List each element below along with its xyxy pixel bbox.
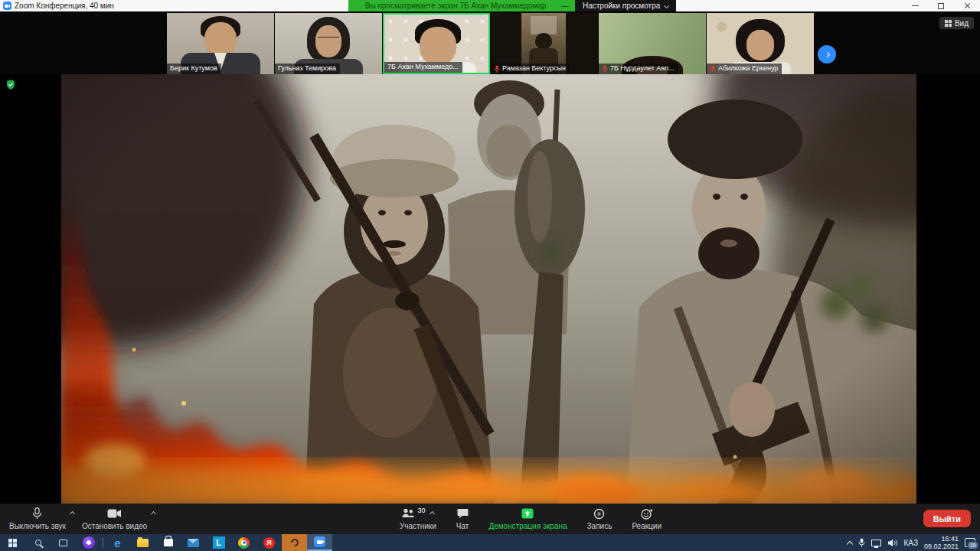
- view-options-label: Настройки просмотра: [583, 2, 660, 10]
- meeting-toolbar: Выключить звук Остановить видео 30 Участ…: [0, 504, 980, 534]
- task-view-button[interactable]: [51, 534, 76, 551]
- close-button[interactable]: [954, 0, 980, 11]
- participants-count: 30: [417, 507, 425, 514]
- reactions-icon: [641, 507, 653, 520]
- store-button[interactable]: [155, 534, 181, 551]
- edge-browser-button[interactable]: e: [105, 534, 130, 551]
- chevron-down-icon: [664, 3, 669, 8]
- participant-name-label: Берик Кутумов: [167, 64, 221, 74]
- participant-thumbnail[interactable]: Рамазан Бектурсын: [491, 13, 598, 74]
- chevron-up-icon: [151, 511, 156, 517]
- sharing-banner-text: Вы просматриваете экран 7Б Ахан Мухаммед…: [354, 2, 557, 10]
- shared-screen: [61, 74, 916, 504]
- view-mode-label: Вид: [955, 19, 969, 28]
- share-screen-button[interactable]: Демонстрация экрана: [484, 504, 571, 534]
- chrome-icon: [238, 537, 250, 549]
- participant-name-label: Гульназ Темирова: [275, 64, 340, 74]
- record-icon: [593, 507, 605, 520]
- edge-icon: e: [114, 537, 120, 549]
- minimize-button[interactable]: [902, 0, 928, 11]
- taskbar-separator: [103, 537, 103, 548]
- action-center-icon[interactable]: 19: [965, 538, 975, 547]
- system-tray: КАЗ 15:41 09.02.2021 19: [848, 534, 980, 551]
- start-button[interactable]: [0, 534, 25, 551]
- participant-thumbnail[interactable]: 7Б Нұрдәулет Аяп...: [599, 13, 706, 74]
- stop-video-button[interactable]: Остановить видео: [77, 504, 152, 534]
- zoom-app-icon: [3, 2, 11, 10]
- next-participants-button[interactable]: [818, 45, 836, 64]
- participants-button[interactable]: 30 Участники: [395, 504, 441, 534]
- participants-label: Участники: [400, 522, 436, 530]
- participant-thumbnail-active-speaker[interactable]: 7Б Ахан Мухаммедо...: [383, 13, 490, 74]
- grid-view-icon: [945, 20, 952, 27]
- tray-date: 09.02.2021: [924, 543, 959, 550]
- chevron-right-icon: [824, 51, 829, 57]
- chrome-button[interactable]: [231, 534, 256, 551]
- zoom-meeting-window: Zoom Конференция, 40 мин Вы просматривае…: [0, 0, 980, 551]
- language-indicator[interactable]: КАЗ: [904, 539, 918, 547]
- chat-label: Чат: [456, 522, 469, 530]
- l-app-button[interactable]: L: [206, 534, 231, 551]
- chat-button[interactable]: Чат: [452, 504, 474, 534]
- minimize-icon: [912, 5, 919, 6]
- window-controls: [902, 0, 980, 11]
- participant-thumbnail[interactable]: Берик Кутумов: [167, 13, 274, 74]
- folder-icon: [137, 539, 149, 547]
- windows-taskbar: e L Я КАЗ 15:41 09.02.2021 19: [0, 534, 980, 551]
- video-options-button[interactable]: [152, 504, 158, 534]
- mail-envelope-icon: [188, 539, 199, 547]
- tray-mic-icon[interactable]: [858, 538, 865, 548]
- participants-icon: [401, 508, 415, 519]
- windows-logo-icon: [8, 539, 17, 547]
- chevron-up-icon: [70, 511, 75, 517]
- sharing-banner: Вы просматриваете экран 7Б Ахан Мухаммед…: [348, 0, 575, 11]
- clock[interactable]: 15:41 09.02.2021: [924, 535, 959, 550]
- participants-options-chevron[interactable]: [430, 510, 435, 516]
- participant-name-label: Рамазан Бектурсын: [491, 64, 570, 74]
- participant-thumbnail[interactable]: Гульназ Темирова: [275, 13, 382, 74]
- chat-icon: [457, 507, 469, 520]
- participant-name-label: 7Б Ахан Мухаммедо...: [384, 62, 462, 73]
- banner-minimize-button[interactable]: —: [557, 2, 569, 10]
- maximize-icon: [938, 3, 944, 9]
- file-explorer-button[interactable]: [130, 534, 155, 551]
- notification-count-badge: 19: [967, 541, 978, 549]
- mute-label: Выключить звук: [9, 522, 66, 530]
- camera-icon: [107, 507, 122, 520]
- hidden-icons-chevron[interactable]: [846, 541, 852, 547]
- toolbar-left-group: Выключить звук Остановить видео: [5, 504, 158, 534]
- participant-thumbnail[interactable]: Абилкожа Еркенур: [707, 13, 814, 74]
- reactions-button[interactable]: Реакции: [627, 504, 666, 534]
- record-button[interactable]: Запись: [583, 504, 617, 534]
- microphone-icon: [32, 507, 42, 520]
- close-icon: [964, 2, 971, 9]
- title-left: Zoom Конференция, 40 мин: [0, 2, 114, 10]
- orange-app-icon: [289, 537, 299, 548]
- toolbar-center-group: 30 Участники Чат Демонстрация экрана: [395, 504, 666, 534]
- participant-name-label: Абилкожа Еркенур: [707, 64, 782, 74]
- network-icon[interactable]: [871, 540, 881, 546]
- stop-video-label: Остановить видео: [82, 522, 147, 530]
- zoom-taskbar-button[interactable]: [307, 534, 332, 551]
- zoom-camera-icon: [314, 536, 325, 547]
- view-mode-button[interactable]: Вид: [939, 17, 974, 29]
- search-button[interactable]: [25, 534, 51, 551]
- yandex-browser-button[interactable]: Я: [256, 534, 282, 551]
- active-app-orange-button[interactable]: [282, 534, 307, 551]
- mail-button[interactable]: [181, 534, 206, 551]
- view-options-button[interactable]: Настройки просмотра: [575, 0, 676, 11]
- maximize-button[interactable]: [928, 0, 954, 11]
- record-label: Запись: [587, 522, 612, 530]
- muted-mic-icon: [494, 65, 500, 73]
- leave-meeting-button[interactable]: Выйти: [923, 510, 971, 527]
- share-screen-label: Демонстрация экрана: [488, 522, 567, 530]
- window-title: Zoom Конференция, 40 мин: [15, 2, 114, 10]
- task-view-icon: [59, 540, 67, 546]
- volume-icon[interactable]: [887, 539, 898, 547]
- search-icon: [35, 540, 41, 546]
- voice-assistant-button[interactable]: [76, 534, 101, 551]
- mute-options-button[interactable]: [70, 504, 77, 534]
- mute-button[interactable]: Выключить звук: [5, 504, 70, 534]
- tray-time: 15:41: [941, 535, 959, 543]
- encryption-shield-icon[interactable]: [6, 79, 15, 93]
